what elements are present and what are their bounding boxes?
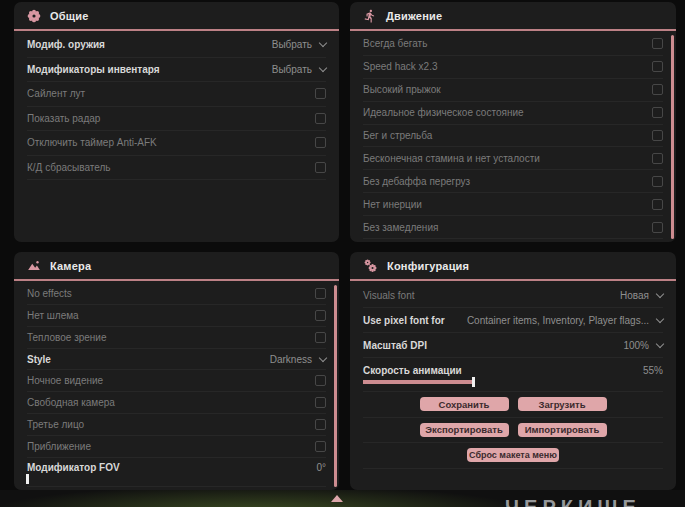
setting-row[interactable]: Высокий прыжок — [363, 79, 663, 102]
checkbox[interactable] — [652, 130, 663, 141]
setting-label: Нет инерции — [363, 199, 422, 210]
button-row: Сброс макета меню — [363, 443, 663, 469]
panel-general-body: Модиф. оружияВыбратьМодификаторы инвента… — [14, 33, 339, 239]
setting-label: Ночное видение — [27, 375, 103, 386]
slider-track[interactable] — [363, 380, 563, 384]
setting-label: Третье лицо — [27, 419, 84, 430]
setting-label: Идеальное физическое состояние — [363, 107, 524, 118]
setting-row[interactable]: Приближение — [27, 436, 326, 458]
checkbox[interactable] — [315, 162, 326, 173]
button-row: СохранитьЗагрузить — [363, 392, 663, 418]
panel-title: Конфигурация — [387, 260, 469, 272]
setting-label: Visuals font — [363, 290, 415, 301]
setting-row[interactable]: Ночное видение — [27, 370, 326, 392]
checkbox[interactable] — [652, 61, 663, 72]
slider-handle[interactable] — [472, 377, 475, 387]
setting-row[interactable]: Нет шлема — [27, 305, 326, 327]
setting-row[interactable]: Без дебаффа перегруз — [363, 170, 663, 193]
action-button[interactable]: Импортировать — [518, 423, 607, 437]
setting-row[interactable]: Use pixel font forContainer items, Inven… — [363, 308, 663, 333]
setting-label: No effects — [27, 288, 72, 299]
dropdown[interactable]: Выбрать — [272, 39, 326, 50]
slider-row-header: Модификатор FOV0° — [27, 462, 326, 473]
slider-value: 55% — [643, 365, 663, 376]
checkbox[interactable] — [315, 88, 326, 99]
resize-arrow-icon[interactable] — [331, 495, 343, 502]
slider-track[interactable] — [27, 477, 319, 481]
setting-row[interactable]: Модификатор FOV0° — [27, 458, 326, 487]
checkbox[interactable] — [652, 176, 663, 187]
setting-label: Отключить таймер Anti-AFK — [27, 137, 157, 148]
checkbox[interactable] — [315, 441, 326, 452]
setting-label: Приближение — [27, 441, 91, 452]
setting-row[interactable]: Модиф. оружияВыбрать — [27, 33, 326, 58]
setting-row[interactable]: Третье лицо — [27, 414, 326, 436]
action-button[interactable]: Загрузить — [518, 397, 607, 411]
checkbox[interactable] — [315, 419, 326, 430]
checkbox[interactable] — [315, 288, 326, 299]
setting-row[interactable]: No effects — [27, 283, 326, 305]
setting-row[interactable]: Масштаб DPI100% — [363, 333, 663, 358]
setting-row[interactable]: К/Д сбрасыватель — [27, 156, 326, 181]
setting-row[interactable]: StyleDarkness — [27, 349, 326, 371]
setting-row[interactable]: Сайлент лут — [27, 82, 326, 107]
setting-label: Всегда бегать — [363, 38, 427, 49]
dropdown-value: Новая — [620, 290, 649, 301]
chevron-down-icon — [656, 289, 664, 297]
setting-row[interactable]: Всегда бегать — [363, 33, 663, 56]
panel-general-header[interactable]: Общие — [14, 2, 339, 31]
checkbox[interactable] — [652, 153, 663, 164]
chevron-down-icon — [319, 353, 327, 361]
checkbox[interactable] — [652, 84, 663, 95]
setting-row[interactable]: Идеальное физическое состояние — [363, 102, 663, 125]
setting-label: К/Д сбрасыватель — [27, 162, 110, 173]
setting-row[interactable]: Speed hack x2.3 — [363, 56, 663, 79]
setting-row[interactable]: Модификаторы инвентаряВыбрать — [27, 58, 326, 83]
scrollbar[interactable] — [671, 35, 674, 239]
setting-row[interactable]: Visuals fontНовая — [363, 283, 663, 308]
dropdown[interactable]: Darkness — [270, 354, 326, 365]
setting-row[interactable]: Бесконечная стамина и нет усталости — [363, 147, 663, 170]
checkbox[interactable] — [652, 199, 663, 210]
setting-label: Модификатор FOV — [27, 462, 120, 473]
panel-general: Общие Модиф. оружияВыбратьМодификаторы и… — [14, 2, 339, 242]
dropdown[interactable]: Выбрать — [272, 64, 326, 75]
panel-movement-header[interactable]: Движение — [350, 2, 676, 31]
panel-camera-header[interactable]: Камера — [14, 252, 339, 281]
checkbox[interactable] — [652, 222, 663, 233]
panel-title: Общие — [50, 10, 89, 22]
action-button[interactable]: Экспортировать — [420, 423, 509, 437]
setting-row[interactable]: Бег и стрельба — [363, 125, 663, 148]
setting-row[interactable]: Тепловое зрение — [27, 327, 326, 349]
setting-row[interactable]: Отключить таймер Anti-AFK — [27, 131, 326, 156]
dropdown[interactable]: 100% — [623, 340, 663, 351]
checkbox[interactable] — [315, 332, 326, 343]
slider-row-header: Скорость анимации55% — [363, 365, 663, 376]
checkbox[interactable] — [652, 107, 663, 118]
reset-layout-button[interactable]: Сброс макета меню — [467, 448, 559, 462]
panel-camera: Камера No effectsНет шлемаТепловое зрени… — [14, 252, 339, 490]
setting-label: Бесконечная стамина и нет усталости — [363, 153, 540, 164]
checkbox[interactable] — [315, 397, 326, 408]
setting-row[interactable]: Нет инерции — [363, 193, 663, 216]
setting-row[interactable]: Без замедления — [363, 216, 663, 239]
dropdown[interactable]: Новая — [620, 290, 663, 301]
setting-label: Сайлент лут — [27, 88, 85, 99]
setting-label: Use pixel font for — [363, 315, 445, 326]
dropdown[interactable]: Container items, Inventory, Player flags… — [467, 315, 663, 326]
slider-handle[interactable] — [26, 474, 29, 484]
checkbox[interactable] — [315, 310, 326, 321]
checkbox[interactable] — [315, 375, 326, 386]
panel-config-header[interactable]: Конфигурация — [350, 252, 676, 281]
checkbox[interactable] — [315, 113, 326, 124]
setting-row[interactable]: Показать радар — [27, 107, 326, 132]
setting-row[interactable]: Скорость анимации55% — [363, 358, 663, 392]
checkbox[interactable] — [315, 137, 326, 148]
checkbox[interactable] — [652, 38, 663, 49]
panel-config-body: Visuals fontНоваяUse pixel font forConta… — [350, 283, 676, 487]
action-button[interactable]: Сохранить — [420, 397, 509, 411]
setting-row[interactable]: Свободная камера — [27, 392, 326, 414]
button-row: ЭкспортироватьИмпортировать — [363, 418, 663, 444]
setting-label: Нет шлема — [27, 310, 79, 321]
scrollbar[interactable] — [334, 285, 337, 487]
